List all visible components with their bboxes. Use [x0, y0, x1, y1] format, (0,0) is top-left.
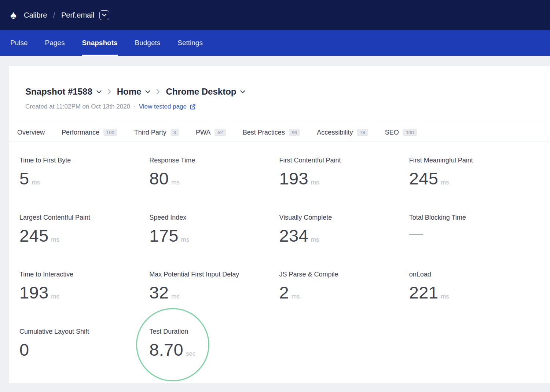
view-tested-page-link[interactable]: View tested page [139, 103, 196, 110]
metric-total-blocking-time: Total Blocking Time — [409, 214, 539, 245]
metric-unit: ms [181, 236, 190, 243]
chevron-down-icon [102, 14, 107, 17]
project-switcher-button[interactable] [99, 10, 109, 20]
metric-label: Total Blocking Time [409, 214, 539, 221]
nav-label: Settings [177, 39, 203, 47]
metric-label: Time to Interactive [19, 271, 149, 278]
metric-value: 193 [279, 169, 308, 188]
metric-onload: onLoad 221ms [409, 271, 539, 302]
metric-label: First Contentful Paint [279, 157, 409, 164]
metric-max-potential-first-input-delay: Max Potential First Input Delay 32ms [149, 271, 279, 302]
metric-js-parse-compile: JS Parse & Compile 2ms [279, 271, 409, 302]
breadcrumb-label: Home [117, 87, 142, 97]
tab-third-party[interactable]: Third Party 3 [134, 129, 179, 136]
metric-value: 0 [19, 340, 29, 359]
metric-value: 2 [279, 283, 289, 302]
metric-unit: ms [311, 236, 319, 243]
metric-value: 175 [149, 226, 178, 245]
metric-value: 234 [279, 226, 308, 245]
tab-best-practices[interactable]: Best Practices 93 [243, 129, 300, 136]
topbar-separator: / [53, 10, 55, 20]
tab-label: Overview [17, 129, 45, 136]
breadcrumb: Snapshot #1588 Home Chrome Desktop [25, 87, 534, 97]
report-tabs: Overview Performance 100 Third Party 3 P… [9, 123, 550, 142]
breadcrumb-snapshot-dropdown[interactable]: Snapshot #1588 [25, 87, 102, 97]
snapshot-card: Snapshot #1588 Home Chrome Desktop Creat… [9, 66, 550, 383]
chevron-down-icon [240, 90, 245, 94]
metric-unit: ms [171, 293, 180, 300]
metric-label: Time to First Byte [19, 157, 149, 164]
chevron-right-icon [156, 89, 160, 95]
nav-label: Budgets [135, 39, 161, 47]
tab-score-badge: 93 [289, 129, 300, 136]
metric-label: Visually Complete [279, 214, 409, 221]
nav-label: Pulse [10, 39, 28, 47]
metric-largest-contentful-paint: Largest Contentful Paint 245ms [19, 214, 149, 245]
metric-unit: ms [311, 179, 319, 186]
metrics-grid: Time to First Byte 5ms Response Time 80m… [9, 142, 550, 359]
nav-item-pulse[interactable]: Pulse [10, 30, 28, 56]
metric-label: onLoad [409, 271, 539, 278]
metric-value: 32 [149, 283, 169, 302]
metric-test-duration: Test Duration 8.70sec [149, 328, 279, 359]
chevron-down-icon [145, 90, 150, 94]
metric-response-time: Response Time 80ms [149, 157, 279, 188]
nav-item-settings[interactable]: Settings [177, 30, 203, 56]
metric-first-contentful-paint: First Contentful Paint 193ms [279, 157, 409, 188]
metric-cumulative-layout-shift: Cumulative Layout Shift 0 [19, 328, 149, 359]
nav-label: Pages [45, 39, 65, 47]
chevron-right-icon [107, 89, 111, 95]
tab-pwa[interactable]: PWA 52 [196, 129, 226, 136]
snapshot-header: Snapshot #1588 Home Chrome Desktop Creat… [9, 66, 550, 110]
tab-seo[interactable]: SEO 100 [385, 129, 417, 136]
metric-label: Cumulative Layout Shift [19, 328, 149, 336]
tab-score-badge: 78 [357, 129, 368, 136]
breadcrumb-device-dropdown[interactable]: Chrome Desktop [166, 87, 245, 97]
calibre-logo-spade-icon[interactable]: ♠ [10, 9, 16, 21]
created-timestamp: Created at 11:02PM on Oct 13th 2020 [25, 103, 130, 110]
tab-label: PWA [196, 129, 210, 136]
nav-label: Snapshots [82, 39, 117, 47]
metric-value: 221 [409, 283, 438, 302]
metric-speed-index: Speed Index 175ms [149, 214, 279, 245]
metric-value: — [409, 226, 423, 242]
metric-time-to-first-byte: Time to First Byte 5ms [19, 157, 149, 188]
metric-unit: ms [51, 293, 59, 300]
tab-label: Third Party [134, 129, 166, 136]
metric-label: Max Potential First Input Delay [149, 271, 279, 278]
tab-score-badge: 3 [170, 129, 179, 136]
tab-accessibility[interactable]: Accessibility 78 [317, 129, 368, 136]
nav-item-snapshots[interactable]: Snapshots [82, 30, 117, 56]
external-link-icon [190, 104, 196, 110]
breadcrumb-label: Snapshot #1588 [25, 87, 92, 97]
nav-item-pages[interactable]: Pages [45, 30, 65, 56]
tab-overview[interactable]: Overview [17, 129, 45, 136]
metric-label: Response Time [149, 157, 279, 164]
metric-value: 193 [19, 283, 48, 302]
metric-value: 245 [19, 226, 48, 245]
metric-value: 5 [19, 169, 29, 188]
metric-label: Test Duration [149, 328, 279, 336]
tab-score-badge: 100 [403, 129, 417, 136]
metric-value: 80 [149, 169, 169, 188]
tab-score-badge: 100 [103, 129, 117, 136]
nav-item-budgets[interactable]: Budgets [135, 30, 161, 56]
meta-separator: · [133, 103, 136, 110]
tab-label: SEO [385, 129, 399, 136]
chevron-down-icon [96, 90, 102, 94]
breadcrumb-label: Chrome Desktop [166, 87, 236, 97]
breadcrumb-page-dropdown[interactable]: Home [117, 87, 151, 97]
tab-performance[interactable]: Performance 100 [62, 129, 117, 136]
metric-first-meaningful-paint: First Meaningful Paint 245ms [409, 157, 539, 188]
tab-label: Accessibility [317, 129, 353, 136]
metric-value: 245 [409, 169, 438, 188]
metric-value: 8.70 [149, 340, 183, 359]
metric-unit: ms [32, 179, 40, 186]
metric-visually-complete: Visually Complete 234ms [279, 214, 409, 245]
snapshot-meta: Created at 11:02PM on Oct 13th 2020 · Vi… [25, 103, 534, 110]
org-name[interactable]: Calibre [24, 11, 47, 19]
metric-label: Speed Index [149, 214, 279, 221]
tab-label: Performance [62, 129, 99, 136]
project-name: Perf.email [61, 11, 94, 19]
metric-unit: ms [51, 236, 59, 243]
